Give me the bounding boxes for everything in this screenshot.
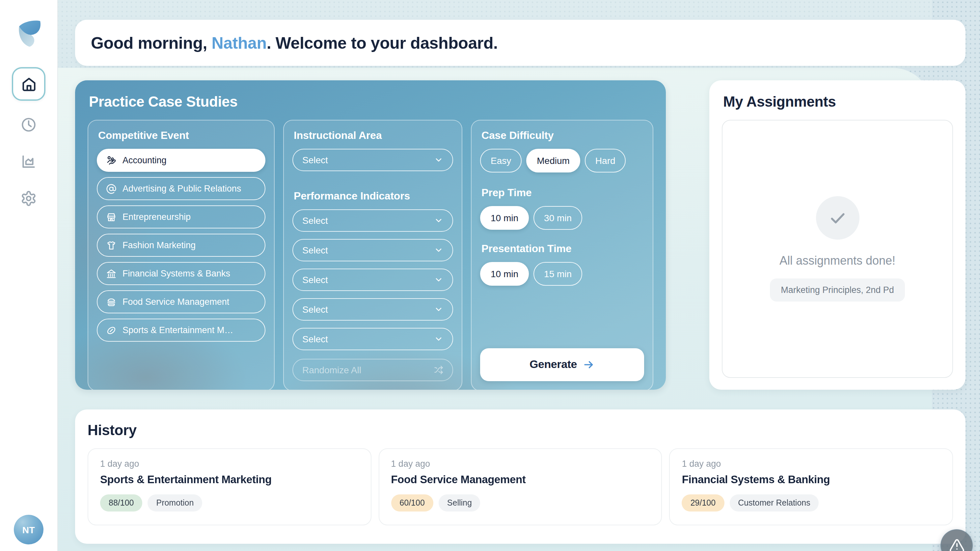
chevron-down-icon (434, 216, 443, 225)
event-option-label: Fashion Marketing (123, 240, 196, 250)
prep-time-10min-button[interactable]: 10 min (480, 206, 529, 230)
app-logo-icon (12, 17, 45, 50)
assignments-empty-message: All assignments done! (780, 254, 896, 268)
sidebar-item-stats[interactable] (16, 148, 42, 175)
score-badge: 60/100 (391, 494, 433, 511)
practice-columns: Competitive Event Accounting (88, 120, 653, 390)
event-option-label: Entrepreneurship (123, 212, 191, 222)
sidebar: NT (0, 0, 58, 551)
select-value: Select (302, 245, 328, 256)
shuffle-icon (434, 365, 443, 375)
sidebar-item-home[interactable] (12, 67, 45, 101)
history-list: 1 day ago Sports & Entertainment Marketi… (88, 448, 953, 525)
event-option-food-service[interactable]: Food Service Management (97, 290, 266, 313)
event-option-label: Sports & Entertainment Marketing (123, 325, 236, 335)
chevron-down-icon (434, 246, 443, 255)
difficulty-easy-button[interactable]: Easy (480, 149, 522, 173)
event-option-accounting[interactable]: Accounting (97, 149, 266, 172)
warning-triangle-icon (949, 538, 964, 551)
hand-coins-icon (106, 155, 116, 165)
history-time: 1 day ago (100, 459, 359, 469)
presentation-time-15min-button[interactable]: 15 min (533, 262, 582, 286)
home-icon (20, 75, 37, 92)
event-option-entrepreneurship[interactable]: Entrepreneurship (97, 205, 266, 229)
user-avatar[interactable]: NT (14, 515, 43, 545)
topic-badge: Selling (439, 494, 480, 511)
arrow-right-icon (583, 359, 595, 371)
performance-indicator-select-1[interactable]: Select (293, 210, 453, 232)
shirt-icon (106, 240, 116, 251)
select-value: Select (302, 334, 328, 344)
select-value: Select (302, 304, 328, 315)
performance-indicator-select-4[interactable]: Select (293, 298, 453, 321)
sidebar-item-history[interactable] (16, 111, 42, 138)
event-option-financial-systems[interactable]: Financial Systems & Banks (97, 262, 266, 285)
presentation-time-10min-button[interactable]: 10 min (480, 262, 529, 286)
avatar-initials: NT (22, 524, 35, 535)
generate-button[interactable]: Generate (480, 348, 644, 381)
competitive-event-card: Competitive Event Accounting (88, 120, 275, 390)
instructional-area-heading: Instructional Area (294, 130, 453, 141)
prep-time-30min-button[interactable]: 30 min (533, 206, 582, 230)
topic-badge: Customer Relations (729, 494, 819, 511)
chevron-down-icon (434, 305, 443, 314)
practice-panel-title: Practice Case Studies (89, 94, 653, 111)
performance-indicator-select-5[interactable]: Select (293, 328, 453, 350)
performance-indicators-heading: Performance Indicators (294, 190, 453, 202)
history-title: History (88, 422, 953, 439)
class-badge: Marketing Principles, 2nd Pd (770, 278, 905, 302)
user-name: Nathan (212, 33, 267, 52)
event-option-label: Accounting (123, 156, 167, 165)
presentation-time-options: 10 min 15 min (480, 262, 644, 286)
event-option-advertising[interactable]: Advertising & Public Relations (97, 177, 266, 200)
instructional-area-select[interactable]: Select (293, 149, 453, 171)
event-option-label: Food Service Management (123, 297, 229, 307)
history-card[interactable]: 1 day ago Financial Systems & Banking 29… (670, 448, 953, 525)
chevron-down-icon (434, 275, 443, 284)
event-option-label: Advertising & Public Relations (123, 184, 241, 194)
history-card[interactable]: 1 day ago Food Service Management 60/100… (379, 448, 662, 525)
burger-icon (106, 297, 116, 307)
prep-time-heading: Prep Time (481, 187, 644, 199)
check-circle (816, 196, 859, 240)
greeting-text: Good morning, Nathan. Welcome to your da… (91, 33, 498, 52)
select-value: Select (302, 275, 328, 285)
history-item-title: Food Service Management (391, 473, 649, 486)
chevron-down-icon (434, 156, 443, 165)
performance-indicator-select-3[interactable]: Select (293, 268, 453, 291)
difficulty-medium-button[interactable]: Medium (526, 149, 580, 173)
presentation-time-heading: Presentation Time (481, 243, 644, 255)
instructional-area-card: Instructional Area Select Performance In… (283, 120, 462, 390)
chevron-down-icon (434, 334, 443, 344)
at-sign-icon (106, 183, 116, 194)
randomize-all-label: Randomize All (302, 365, 361, 375)
prep-time-options: 10 min 30 min (480, 206, 644, 230)
storefront-icon (106, 212, 116, 222)
gear-icon (21, 190, 37, 206)
difficulty-hard-button[interactable]: Hard (585, 149, 626, 173)
select-value: Select (302, 215, 328, 226)
history-panel: History 1 day ago Sports & Entertainment… (75, 410, 966, 544)
randomize-all-button[interactable]: Randomize All (293, 359, 453, 381)
sidebar-item-settings[interactable] (16, 185, 42, 211)
sidebar-nav (12, 67, 45, 211)
score-badge: 29/100 (682, 494, 724, 511)
check-icon (827, 208, 847, 228)
history-item-title: Sports & Entertainment Marketing (100, 473, 359, 486)
select-value: Select (302, 155, 328, 165)
dashboard-page: NT Good morning, Nathan. Welcome to your… (0, 0, 980, 551)
football-icon (106, 325, 116, 335)
practice-case-studies-panel: Practice Case Studies Competitive Event … (75, 80, 666, 390)
history-time: 1 day ago (682, 459, 940, 469)
performance-indicator-select-2[interactable]: Select (293, 239, 453, 261)
my-assignments-title: My Assignments (723, 94, 953, 111)
competitive-event-heading: Competitive Event (98, 130, 266, 141)
greeting-banner: Good morning, Nathan. Welcome to your da… (75, 20, 966, 66)
bank-icon (106, 268, 116, 279)
event-option-sports-entertainment[interactable]: Sports & Entertainment Marketing (97, 319, 266, 341)
history-time: 1 day ago (391, 459, 649, 469)
history-card[interactable]: 1 day ago Sports & Entertainment Marketi… (88, 448, 371, 525)
generate-label: Generate (530, 358, 577, 371)
event-option-fashion-marketing[interactable]: Fashion Marketing (97, 234, 266, 257)
my-assignments-panel: My Assignments All assignments done! Mar… (709, 80, 966, 390)
